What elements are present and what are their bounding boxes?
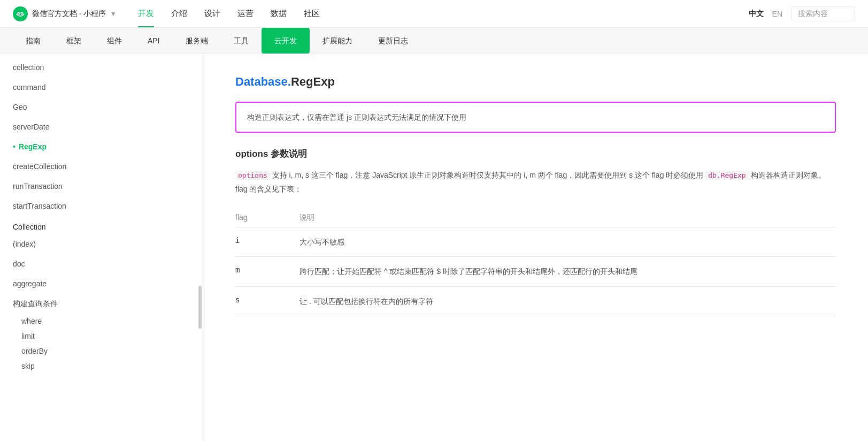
nav-link-community[interactable]: 社区: [304, 0, 320, 27]
flag-i: i: [235, 236, 299, 245]
sidebar-item-createcollection[interactable]: createCollection: [0, 157, 203, 177]
desc-m: 跨行匹配；让开始匹配符 ^ 或结束匹配符 $ 时除了匹配字符串的开头和结尾外，还…: [299, 265, 836, 277]
top-nav: 微信官方文档 · 小程序 ▼ 开发 介绍 设计 运营 数据 社区 中文 EN 搜…: [0, 0, 868, 28]
nav-link-intro[interactable]: 介绍: [171, 0, 187, 27]
nav-link-design[interactable]: 设计: [204, 0, 220, 27]
sub-nav-server[interactable]: 服务端: [173, 28, 221, 54]
logo-text: 微信官方文档 · 小程序: [32, 9, 106, 19]
dropdown-icon[interactable]: ▼: [110, 10, 117, 18]
svg-point-2: [18, 13, 19, 14]
sidebar: collection command Geo serverDate RegExp…: [0, 54, 203, 441]
flag-table: flag 说明 i 大小写不敏感 m 跨行匹配；让开始匹配符 ^ 或结束匹配符 …: [235, 209, 836, 316]
svg-point-3: [21, 13, 22, 14]
sub-nav-guide[interactable]: 指南: [13, 28, 53, 54]
section-title-text: options 参数说明: [235, 149, 307, 159]
sub-nav: 指南 框架 组件 API 服务端 工具 云开发 扩展能力 更新日志: [0, 28, 868, 54]
highlighted-description: 构造正则表达式，仅需在普通 js 正则表达式无法满足的情况下使用: [235, 102, 836, 133]
sub-nav-tools[interactable]: 工具: [221, 28, 262, 54]
table-row: s 让 . 可以匹配包括换行符在内的所有字符: [235, 287, 836, 316]
table-row: m 跨行匹配；让开始匹配符 ^ 或结束匹配符 $ 时除了匹配字符串的开头和结尾外…: [235, 257, 836, 286]
sidebar-item-starttransaction[interactable]: startTransaction: [0, 196, 203, 216]
nav-link-data[interactable]: 数据: [271, 0, 287, 27]
highlighted-text: 构造正则表达式，仅需在普通 js 正则表达式无法满足的情况下使用: [247, 113, 466, 121]
search-input[interactable]: 搜索内容: [791, 6, 855, 21]
logo-icon: [13, 6, 28, 21]
nav-links: 开发 介绍 设计 运营 数据 社区: [138, 0, 749, 27]
sub-nav-changelog[interactable]: 更新日志: [365, 28, 421, 54]
nav-right: 中文 EN 搜索内容: [749, 6, 855, 21]
sidebar-item-geo[interactable]: Geo: [0, 97, 203, 117]
table-row: i 大小写不敏感: [235, 227, 836, 257]
sub-nav-cloud[interactable]: 云开发: [262, 28, 310, 54]
description-text: options 支持 i, m, s 这三个 flag，注意 JavaScrip…: [235, 169, 836, 195]
page-title-blue: Database.: [235, 75, 291, 88]
sidebar-item-runtransaction[interactable]: runTransaction: [0, 177, 203, 196]
scrollbar-thumb[interactable]: [198, 286, 202, 329]
desc-s: 让 . 可以匹配包括换行符在内的所有字符: [299, 295, 836, 307]
desc-i: 大小写不敏感: [299, 236, 836, 248]
sub-nav-api[interactable]: API: [135, 28, 173, 54]
sidebar-item-collection[interactable]: collection: [0, 58, 203, 78]
page-title: Database.RegExp: [235, 75, 836, 89]
table-header: flag 说明: [235, 209, 836, 227]
main-layout: collection command Geo serverDate RegExp…: [0, 54, 868, 441]
sidebar-item-where[interactable]: where: [0, 314, 203, 329]
logo-area[interactable]: 微信官方文档 · 小程序 ▼: [13, 6, 117, 21]
flag-m: m: [235, 265, 299, 274]
sidebar-item-serverdate[interactable]: serverDate: [0, 117, 203, 137]
code-dbregexp: db.RegExp: [705, 171, 748, 180]
lang-en-button[interactable]: EN: [772, 10, 782, 18]
sub-nav-components[interactable]: 组件: [94, 28, 135, 54]
nav-link-develop[interactable]: 开发: [138, 0, 154, 27]
sidebar-item-regexp[interactable]: RegExp: [0, 137, 203, 157]
sidebar-item-orderby[interactable]: orderBy: [0, 344, 203, 359]
content-area: Database.RegExp 构造正则表达式，仅需在普通 js 正则表达式无法…: [203, 54, 868, 441]
table-header-desc: 说明: [299, 213, 836, 223]
sub-nav-framework[interactable]: 框架: [53, 28, 94, 54]
page-title-black: RegExp: [291, 75, 335, 88]
nav-link-ops[interactable]: 运营: [237, 0, 254, 27]
sidebar-item-limit[interactable]: limit: [0, 329, 203, 344]
sidebar-item-aggregate[interactable]: aggregate: [0, 274, 203, 294]
flag-s: s: [235, 295, 299, 304]
code-options: options: [235, 171, 270, 180]
sidebar-item-buildquery[interactable]: 构建查询条件: [0, 294, 203, 314]
sidebar-item-command[interactable]: command: [0, 78, 203, 97]
lang-zh-button[interactable]: 中文: [749, 9, 764, 19]
sub-nav-extend[interactable]: 扩展能力: [310, 28, 365, 54]
sidebar-item-doc[interactable]: doc: [0, 254, 203, 274]
sidebar-item-skip[interactable]: skip: [0, 359, 203, 374]
sidebar-item-index[interactable]: (index): [0, 234, 203, 254]
sidebar-group-collection: Collection: [0, 216, 203, 234]
table-header-flag: flag: [235, 213, 299, 223]
section-title: options 参数说明: [235, 148, 836, 160]
